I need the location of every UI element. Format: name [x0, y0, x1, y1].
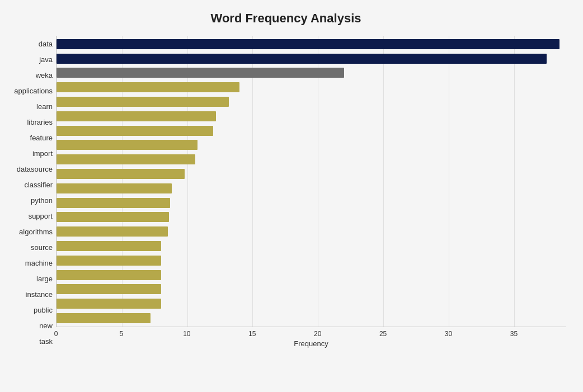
bar — [57, 111, 216, 121]
bar-row — [57, 283, 566, 295]
bar-row — [57, 225, 566, 238]
bar-row — [57, 153, 566, 166]
y-label: source — [6, 240, 53, 255]
bar — [57, 126, 213, 136]
bar-row — [57, 182, 566, 195]
x-tick: 35 — [510, 330, 518, 338]
bar-row — [57, 312, 566, 324]
bar-row — [57, 110, 566, 122]
y-label: weka — [6, 68, 53, 82]
y-label: instance — [6, 287, 53, 302]
x-tick: 0 — [54, 330, 58, 338]
bar-row — [57, 254, 566, 267]
bar — [57, 39, 560, 49]
bar — [57, 97, 229, 107]
bar — [57, 183, 172, 193]
y-label: import — [6, 146, 53, 160]
bar-row — [57, 96, 566, 108]
bar-row — [57, 240, 566, 252]
bar — [57, 313, 151, 323]
bar — [57, 82, 239, 92]
bar-row — [57, 38, 566, 50]
bars-and-x: 05101520253035 Frequency — [56, 36, 566, 350]
y-label: data — [6, 36, 53, 51]
bar-row — [57, 297, 566, 310]
bar — [57, 68, 344, 78]
bar — [57, 284, 161, 294]
bar — [57, 198, 170, 208]
y-label: applications — [6, 83, 53, 98]
y-label: classifier — [6, 177, 53, 192]
bar — [57, 54, 547, 64]
x-tick: 10 — [183, 330, 190, 338]
chart-area: datajavawekaapplicationslearnlibrariesfe… — [6, 36, 566, 350]
y-label: python — [6, 193, 53, 207]
bar-row — [57, 168, 566, 180]
y-label: task — [6, 334, 53, 349]
y-label: large — [6, 272, 53, 286]
y-label: feature — [6, 130, 53, 145]
x-tick: 15 — [248, 330, 256, 338]
bar — [57, 169, 185, 179]
y-label: java — [6, 52, 53, 67]
bar-row — [57, 269, 566, 281]
y-label: new — [6, 319, 53, 333]
y-label: datasource — [6, 162, 53, 176]
x-tick: 5 — [120, 330, 124, 338]
bar — [57, 212, 169, 222]
bars-wrapper — [57, 36, 566, 327]
bar — [57, 140, 198, 150]
bar — [57, 270, 161, 280]
chart-title: Word Frequency Analysis — [6, 11, 566, 26]
x-tick: 25 — [379, 330, 387, 338]
bar-row — [57, 197, 566, 209]
x-axis-label: Frequency — [56, 339, 566, 348]
x-tick: 20 — [314, 330, 321, 338]
y-label: algorithms — [6, 225, 53, 239]
y-label: libraries — [6, 115, 53, 129]
bar — [57, 256, 161, 266]
bar — [57, 154, 195, 164]
bar-row — [57, 53, 566, 65]
bar-row — [57, 125, 566, 137]
bar — [57, 299, 161, 309]
y-label: machine — [6, 256, 53, 271]
x-axis: 05101520253035 Frequency — [56, 327, 566, 350]
x-tick: 30 — [445, 330, 452, 338]
bar — [57, 241, 161, 251]
y-label: support — [6, 209, 53, 224]
bar-row — [57, 211, 566, 223]
y-label: learn — [6, 99, 53, 114]
y-axis: datajavawekaapplicationslearnlibrariesfe… — [6, 36, 56, 350]
bar-row — [57, 139, 566, 151]
chart-container: Word Frequency Analysis datajavawekaappl… — [0, 0, 583, 392]
bars-area — [56, 36, 566, 327]
bar — [57, 226, 168, 237]
bar-row — [57, 67, 566, 79]
bar-row — [57, 81, 566, 93]
y-label: public — [6, 303, 53, 318]
